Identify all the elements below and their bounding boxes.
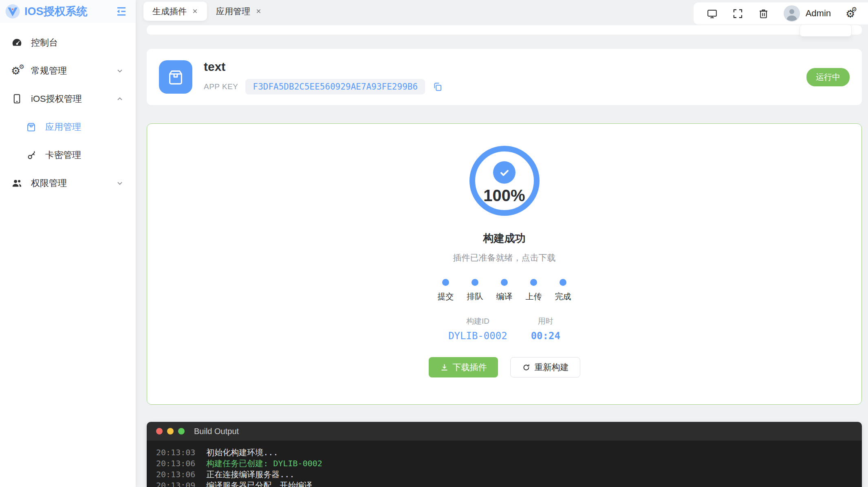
progress-percent: 100% — [483, 186, 525, 205]
log-line: 20:13:03 初始化构建环境... — [156, 447, 862, 458]
user-name: Admin — [806, 8, 831, 19]
build-output-terminal: Build Output 20:13:03 初始化构建环境... 20:13:0… — [147, 422, 862, 487]
sidebar-item-label: 权限管理 — [31, 177, 67, 189]
sidebar-item-label: 卡密管理 — [45, 149, 81, 161]
key-icon — [25, 149, 37, 161]
app-package-icon — [159, 60, 192, 94]
step-label: 排队 — [467, 291, 483, 302]
step-label: 编译 — [496, 291, 513, 302]
step-dot — [530, 279, 537, 286]
rebuild-label: 重新构建 — [535, 362, 569, 373]
refresh-icon — [522, 363, 531, 372]
terminal-header: Build Output — [147, 422, 862, 441]
sidebar-menu: 控制台 ⚙⚙ 常规管理 iOS授权管理 — [0, 23, 136, 197]
build-id-value: DYLIB-0002 — [448, 330, 507, 342]
sidebar-collapse-icon[interactable] — [115, 5, 128, 18]
users-icon — [11, 178, 22, 189]
step-dot — [471, 279, 478, 286]
sidebar-item-ios-auth-management[interactable]: iOS授权管理 — [0, 85, 136, 113]
tab-label: 应用管理 — [216, 6, 250, 17]
check-icon — [493, 161, 516, 184]
fullscreen-icon[interactable] — [732, 8, 743, 19]
sidebar-item-general-management[interactable]: ⚙⚙ 常规管理 — [0, 57, 136, 85]
log-message: 编译服务器已分配，开始编译... — [206, 480, 327, 487]
main-content: text APP KEY F3DFA5DB2C5EE560929AE7A93FE… — [136, 22, 868, 487]
build-steps: 提交 排队 编译 上传 完成 — [431, 279, 578, 302]
step-upload: 上传 — [519, 279, 549, 302]
app-key-label: APP KEY — [204, 82, 238, 91]
sidebar-item-permission-management[interactable]: 权限管理 — [0, 169, 136, 197]
monitor-icon[interactable] — [707, 8, 718, 19]
log-timestamp: 20:13:09 — [156, 480, 195, 487]
chevron-down-icon — [115, 179, 124, 188]
step-submit: 提交 — [431, 279, 460, 302]
build-meta: 构建ID DYLIB-0002 用时 00:24 — [448, 316, 560, 342]
dashboard-icon — [11, 37, 22, 48]
tab-app-management[interactable]: 应用管理 — [207, 2, 271, 21]
build-duration-value: 00:24 — [531, 330, 560, 342]
sidebar-item-label: iOS授权管理 — [31, 93, 82, 105]
log-line: 20:13:06 构建任务已创建: DYLIB-0002 — [156, 458, 862, 469]
log-line: 20:13:09 编译服务器已分配，开始编译... — [156, 480, 862, 487]
log-message: 初始化构建环境... — [206, 447, 278, 458]
top-toolbar: Admin ⚙⚙ — [694, 2, 868, 24]
traffic-light-yellow-icon — [167, 428, 174, 434]
tab-generate-plugin[interactable]: 生成插件 — [143, 2, 207, 21]
app-info-card: text APP KEY F3DFA5DB2C5EE560929AE7A93FE… — [147, 49, 862, 105]
terminal-body[interactable]: 20:13:03 初始化构建环境... 20:13:06 构建任务已创建: DY… — [147, 441, 862, 487]
user-menu[interactable]: Admin — [784, 5, 831, 22]
copy-icon[interactable] — [432, 81, 443, 92]
scrolled-card-remnant — [147, 25, 862, 35]
app-name: text — [204, 60, 443, 74]
step-dot — [560, 279, 566, 286]
download-plugin-button[interactable]: 下载插件 — [429, 357, 498, 377]
trash-icon[interactable] — [758, 8, 769, 19]
settings-gears-icon[interactable]: ⚙⚙ — [846, 8, 857, 19]
log-timestamp: 20:13:03 — [156, 447, 195, 458]
rebuild-button[interactable]: 重新构建 — [510, 357, 580, 377]
sidebar-item-label: 控制台 — [31, 37, 58, 49]
app-title: IOS授权系统 — [24, 4, 111, 19]
user-dropdown-panel — [800, 24, 852, 37]
step-compile: 编译 — [490, 279, 519, 302]
sidebar-header: IOS授权系统 — [0, 0, 136, 23]
app-info: text APP KEY F3DFA5DB2C5EE560929AE7A93FE… — [204, 60, 443, 94]
build-status-title: 构建成功 — [483, 231, 526, 246]
app-logo-icon — [5, 4, 20, 19]
step-dot — [501, 279, 508, 286]
terminal-title: Build Output — [194, 427, 239, 436]
build-id-group: 构建ID DYLIB-0002 — [448, 316, 507, 342]
step-label: 提交 — [438, 291, 454, 302]
log-line: 20:13:06 正在连接编译服务器... — [156, 469, 862, 480]
download-plugin-label: 下载插件 — [453, 362, 487, 373]
close-icon[interactable] — [192, 8, 198, 14]
package-icon — [25, 121, 37, 133]
build-status-subtitle: 插件已准备就绪，点击下载 — [453, 252, 556, 263]
log-timestamp: 20:13:06 — [156, 469, 195, 480]
close-icon[interactable] — [256, 8, 262, 14]
tab-label: 生成插件 — [152, 6, 187, 17]
sidebar-item-card-key-management[interactable]: 卡密管理 — [0, 141, 136, 169]
chevron-down-icon — [115, 66, 124, 75]
sidebar-item-dashboard[interactable]: 控制台 — [0, 29, 136, 57]
log-message: 正在连接编译服务器... — [206, 469, 294, 480]
gears-icon: ⚙⚙ — [11, 65, 22, 77]
app-key-value: F3DFA5DB2C5EE560929AE7A93FE299B6 — [245, 79, 425, 94]
log-message: 构建任务已创建: DYLIB-0002 — [206, 458, 322, 469]
traffic-light-red-icon — [156, 428, 163, 434]
build-actions: 下载插件 重新构建 — [429, 357, 580, 377]
sidebar-item-label: 常规管理 — [31, 65, 67, 77]
step-dot — [442, 279, 449, 286]
chevron-up-icon — [115, 94, 124, 103]
traffic-light-green-icon — [178, 428, 185, 434]
progress-ring: 100% — [469, 146, 540, 216]
step-label: 完成 — [555, 291, 571, 302]
avatar — [784, 5, 800, 22]
build-id-label: 构建ID — [448, 316, 507, 327]
build-duration-label: 用时 — [531, 316, 560, 327]
step-label: 上传 — [526, 291, 542, 302]
sidebar-item-app-management[interactable]: 应用管理 — [0, 113, 136, 141]
step-queue: 排队 — [460, 279, 490, 302]
step-finish: 完成 — [549, 279, 578, 302]
tablet-icon — [11, 93, 22, 105]
